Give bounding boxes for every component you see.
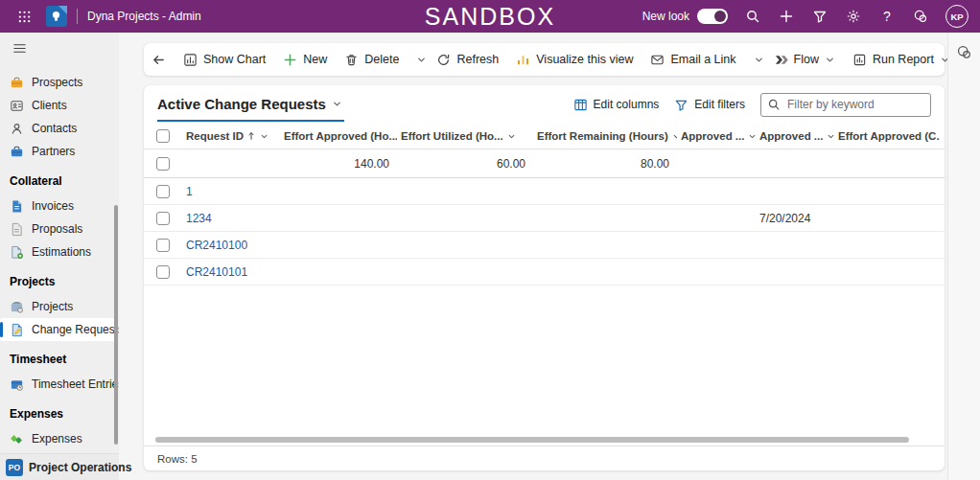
sidebar-item-label: Invoices <box>32 199 74 213</box>
row-checkbox[interactable] <box>156 157 170 171</box>
waffle-menu-icon[interactable] <box>12 4 36 29</box>
help-icon[interactable]: ? <box>878 8 896 25</box>
flow-button[interactable]: Flow <box>766 47 843 72</box>
right-rail <box>947 33 980 480</box>
back-button[interactable] <box>152 47 166 72</box>
contacts-icon <box>10 122 24 136</box>
proposals-icon <box>10 222 24 237</box>
run-report-button[interactable]: Run Report <box>845 47 958 72</box>
sidebar-item-prospects[interactable]: Prospects <box>0 71 115 94</box>
edit-columns-button[interactable]: Edit columns <box>573 98 660 112</box>
table-row[interactable]: CR2410101 <box>144 259 945 286</box>
keyword-filter-box <box>760 93 931 117</box>
column-label: Request ID <box>186 130 244 142</box>
cell-approved: 7/20/2024 <box>756 212 834 225</box>
sidebar-item-clients[interactable]: Clients <box>0 94 115 117</box>
flow-icon <box>774 53 788 67</box>
select-all-checkbox[interactable] <box>156 129 170 143</box>
search-icon[interactable] <box>744 8 761 25</box>
topbar-divider <box>77 9 78 24</box>
record-link[interactable]: 1234 <box>186 212 212 225</box>
sidebar-item-label: Timesheet Entries <box>32 377 119 391</box>
back-arrow-icon <box>152 53 166 67</box>
gear-icon[interactable] <box>845 8 862 25</box>
cell-effort-approved-ho: 140.00 <box>280 157 397 171</box>
sidebar-item-change-requests[interactable]: Change Requests <box>0 318 115 341</box>
sidebar-item-label: Prospects <box>32 76 82 89</box>
new-button[interactable]: New <box>275 47 335 72</box>
hamburger-icon[interactable] <box>8 36 31 59</box>
command-label: Run Report <box>873 53 934 66</box>
edit-filters-button[interactable]: Edit filters <box>674 98 745 112</box>
sidebar-item-expenses[interactable]: Expenses <box>0 427 115 450</box>
grid-empty-area <box>144 286 945 434</box>
refresh-icon <box>436 53 451 67</box>
aggregate-row[interactable]: 140.0060.0080.00 <box>144 149 945 178</box>
sidebar-item-partners[interactable]: Partners <box>0 140 115 163</box>
table-row[interactable]: CR2410100 <box>144 232 945 259</box>
user-avatar[interactable]: KP <box>945 5 968 28</box>
row-checkbox[interactable] <box>156 185 170 198</box>
column-header-effort-utilized-ho[interactable]: Effort Utilized (Ho... <box>397 130 533 142</box>
sidebar-item-label: Contacts <box>32 122 77 135</box>
keyword-filter-input[interactable] <box>760 93 931 117</box>
sidebar-nav: ProspectsClientsContactsPartnersCollater… <box>0 65 119 453</box>
show-chart-button[interactable]: Show Chart <box>175 47 273 72</box>
horizontal-scrollbar[interactable] <box>155 437 909 443</box>
chevron-down-icon <box>748 131 756 140</box>
view-chevron-down-icon <box>332 99 342 109</box>
horizontal-scroll-track <box>144 434 945 446</box>
filter-icon[interactable] <box>811 8 828 25</box>
feedback-icon[interactable] <box>912 8 929 25</box>
quick-create-plus-icon[interactable] <box>778 8 795 25</box>
record-link[interactable]: 1 <box>186 185 193 198</box>
sidebar-item-label: Proposals <box>32 222 82 236</box>
command-label: Show Chart <box>203 53 266 66</box>
email-overflow-chevron[interactable] <box>754 47 764 72</box>
sidebar-item-projects[interactable]: Projects <box>0 295 115 318</box>
delete-button[interactable]: Delete <box>337 47 407 72</box>
change-requests-icon <box>10 323 24 337</box>
column-label: Approved ... <box>681 130 744 142</box>
side-pane-icon[interactable] <box>956 44 972 60</box>
timesheet-icon <box>10 377 24 392</box>
row-checkbox[interactable] <box>156 212 170 225</box>
refresh-button[interactable]: Refresh <box>429 47 506 72</box>
column-header-request-id[interactable]: Request ID <box>182 130 280 142</box>
column-label: Effort Approved (C... <box>838 130 940 142</box>
sidebar-group-header-projects: Projects <box>0 263 119 295</box>
cell-effort-remaining-hours: 80.00 <box>533 157 677 171</box>
column-header-approved[interactable]: Approved ... <box>756 130 834 142</box>
sidebar-item-contacts[interactable]: Contacts <box>0 117 115 140</box>
sidebar-item-label: Expenses <box>32 432 82 446</box>
column-header-effort-approved-ho[interactable]: Effort Approved (Ho... <box>280 130 397 142</box>
column-header-approved[interactable]: Approved ... <box>677 130 756 142</box>
view-selector[interactable]: Active Change Requests <box>157 88 344 122</box>
sidebar-item-timesheet-entries[interactable]: Timesheet Entries <box>0 373 115 396</box>
cell-effort-utilized-ho: 60.00 <box>397 157 533 171</box>
grid-footer: Rows: 5 <box>144 446 945 470</box>
app-logo-icon[interactable] <box>46 6 67 27</box>
sidebar-item-invoices[interactable]: Invoices <box>0 194 115 217</box>
sidebar-scrollbar[interactable] <box>114 205 118 445</box>
table-row[interactable]: 1 <box>144 178 945 205</box>
table-row[interactable]: 12347/20/2024 <box>144 205 945 232</box>
sidebar-item-estimations[interactable]: Estimations <box>0 240 115 263</box>
sidebar-item-proposals[interactable]: Proposals <box>0 217 115 240</box>
email-a-link-button[interactable]: Email a Link <box>642 47 743 72</box>
new-look-toggle[interactable] <box>697 9 728 24</box>
delete-overflow-chevron[interactable] <box>416 47 427 72</box>
row-checkbox[interactable] <box>156 239 170 252</box>
record-link[interactable]: CR2410100 <box>186 239 247 252</box>
column-header-effort-remaining-hours[interactable]: Effort Remaining (Hours) <box>533 130 677 142</box>
grid-body: 140.0060.0080.00112347/20/2024CR2410100C… <box>144 149 945 286</box>
command-label: New <box>303 53 327 66</box>
column-label: Effort Remaining (Hours) <box>537 130 668 142</box>
grid-header-row: Request IDEffort Approved (Ho...Effort U… <box>144 124 945 149</box>
column-header-effort-approved-c[interactable]: Effort Approved (C... <box>834 130 940 142</box>
record-link[interactable]: CR2410101 <box>186 265 247 279</box>
area-switcher[interactable]: PO Project Operations <box>0 453 119 480</box>
chevron-down-icon <box>260 131 268 140</box>
row-checkbox[interactable] <box>156 265 170 279</box>
visualize-this-view-button[interactable]: Visualize this view <box>508 47 641 72</box>
